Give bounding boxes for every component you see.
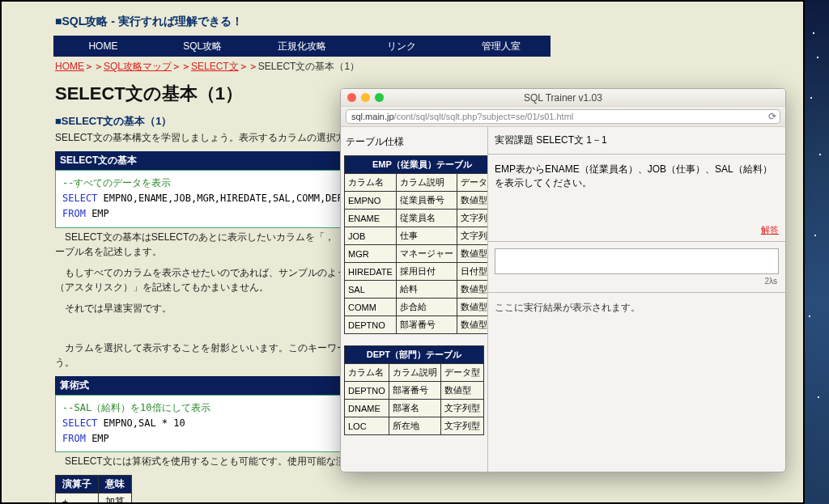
url-field[interactable]: sql.main.jp/cont/sql/sqlt/sqlt.php?subje… xyxy=(346,109,780,124)
breadcrumb-select[interactable]: SELECT文 xyxy=(191,61,239,72)
table-row: HIREDATE採用日付日付型 xyxy=(345,263,489,281)
sql-textarea[interactable] xyxy=(495,248,779,274)
breadcrumb-current: SELECT文の基本（1） xyxy=(258,61,359,72)
table-row: DNAME部署名文字列型 xyxy=(345,400,484,417)
table-row: COMM歩合給数値型 xyxy=(345,299,489,316)
table-row: DEPTNO部署番号数値型 xyxy=(345,382,484,400)
exercise-pane: 実習課題 SELECT文 1－1 EMP表からENAME（従業員名）、JOB（仕… xyxy=(488,127,785,472)
table-row: +加算 xyxy=(56,493,132,504)
url-bar: sql.main.jp/cont/sql/sqlt/sqlt.php?subje… xyxy=(341,107,785,127)
nav-sql[interactable]: SQL攻略 xyxy=(153,36,253,57)
main-nav: HOME SQL攻略 正規化攻略 リンク 管理人室 xyxy=(53,36,551,57)
table-row: SAL給料数値型 xyxy=(345,281,489,299)
breadcrumb-home[interactable]: HOME xyxy=(55,61,84,72)
sql-input-area: 2λs xyxy=(488,242,785,293)
sql-trainer-window: SQL Trainer v1.03 sql.main.jp/cont/sql/s… xyxy=(340,88,786,472)
table-spec-pane: テーブル仕様 EMP（従業員）テーブル カラム名 カラム説明 データ型 EMPN… xyxy=(341,127,488,472)
table-row: DEPTNO部署番号数値型 xyxy=(345,316,489,334)
nav-normalization[interactable]: 正規化攻略 xyxy=(253,36,352,57)
task-description: EMP表からENAME（従業員名）、JOB（仕事）、SAL（給料）を表示してくだ… xyxy=(488,155,785,242)
table-row: MGRマネージャー数値型 xyxy=(345,245,489,263)
nav-links[interactable]: リンク xyxy=(351,36,451,57)
nav-admin[interactable]: 管理人室 xyxy=(451,36,551,57)
nav-home[interactable]: HOME xyxy=(53,36,153,57)
breadcrumb: HOME＞＞SQL攻略マップ＞＞SELECT文＞＞SELECT文の基本（1） xyxy=(53,57,551,77)
emp-spec-table: EMP（従業員）テーブル カラム名 カラム説明 データ型 EMPNO従業員番号数… xyxy=(344,155,488,334)
table-row: JOB仕事文字列型 xyxy=(345,227,489,245)
titlebar[interactable]: SQL Trainer v1.03 xyxy=(341,89,785,107)
site-title: ■SQL攻略 - 実行すれば理解できる！ xyxy=(53,15,551,29)
operator-table: 演算子意味 +加算 -減算 *乗算 /除算 xyxy=(55,475,132,504)
task-title: 実習課題 SELECT文 1－1 xyxy=(488,127,785,154)
table-row: ENAME従業員名文字列型 xyxy=(345,210,489,227)
table-row: LOC所在地文字列型 xyxy=(345,417,484,435)
desktop-background xyxy=(805,0,829,504)
breadcrumb-sep: ＞＞ xyxy=(84,61,104,72)
sql-meta: 2λs xyxy=(495,277,779,286)
window-title: SQL Trainer v1.03 xyxy=(341,92,785,104)
dept-spec-table: DEPT（部門）テーブル カラム名 カラム説明 データ型 DEPTNO部署番号数… xyxy=(344,345,484,435)
result-pane: ここに実行結果が表示されます。 xyxy=(488,293,785,472)
reload-icon[interactable]: ⟳ xyxy=(768,111,776,122)
table-row: EMPNO従業員番号数値型 xyxy=(345,192,489,210)
spec-title: テーブル仕様 xyxy=(344,132,484,155)
breadcrumb-map[interactable]: SQL攻略マップ xyxy=(104,61,172,72)
answer-link[interactable]: 解答 xyxy=(761,225,779,235)
